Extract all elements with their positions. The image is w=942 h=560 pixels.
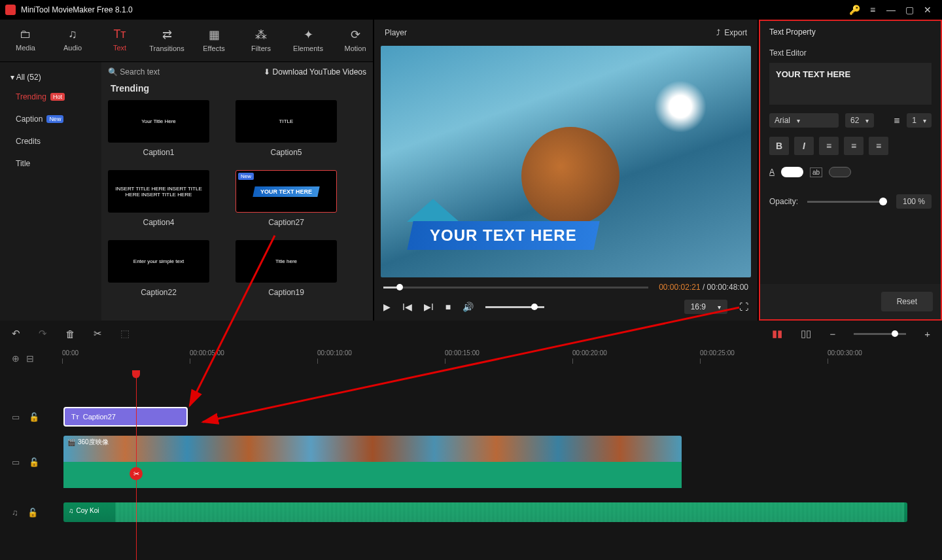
sidebar-item-trending[interactable]: Trending Hot — [0, 86, 101, 108]
text-color-swatch[interactable] — [781, 167, 803, 177]
video-preview[interactable]: YOUR TEXT HERE — [381, 46, 751, 277]
zoom-out-button[interactable]: − — [829, 328, 835, 340]
add-track-icon[interactable]: ⊕ — [12, 353, 20, 364]
tab-audio[interactable]: ♫Audio — [50, 25, 96, 56]
undo-button[interactable]: ↶ — [12, 328, 20, 340]
stop-button[interactable]: ■ — [445, 302, 451, 312]
menu-icon[interactable]: ≡ — [864, 5, 882, 15]
text-preset-caption4[interactable]: INSERT TITLE HERE INSERT TITLE HERE INSE… — [108, 170, 209, 227]
track-lock-icon[interactable]: 🔓 — [27, 508, 38, 517]
tab-effects[interactable]: ▦Effects — [191, 25, 237, 56]
track-lock-icon[interactable]: 🔓 — [29, 457, 39, 467]
zoom-slider[interactable] — [854, 333, 906, 335]
text-input[interactable] — [769, 63, 932, 105]
prev-frame-button[interactable]: I◀ — [402, 302, 412, 312]
track-lock-icon[interactable]: 🔓 — [29, 412, 39, 422]
text-preset-caption5[interactable]: TITLECaption5 — [236, 100, 337, 157]
audio-icon: ♫ — [50, 27, 96, 41]
opacity-slider[interactable] — [807, 201, 887, 203]
search-text-input[interactable]: 🔍 Search text — [108, 67, 264, 77]
track-visibility-icon[interactable]: ▭ — [12, 457, 20, 467]
sidebar-item-caption[interactable]: Caption New — [0, 108, 101, 130]
font-size-select[interactable]: 62▾ — [845, 113, 874, 128]
auto-tool-icon[interactable]: ▮▮ — [772, 328, 782, 340]
reset-button[interactable]: Reset — [881, 292, 933, 311]
text-preset-caption22[interactable]: Enter your simple textCaption22 — [108, 240, 209, 297]
minimize-button[interactable]: — — [882, 5, 900, 15]
audio-clip-label: Coy Koi — [77, 507, 99, 514]
tab-text[interactable]: TтText — [97, 25, 143, 56]
volume-slider[interactable] — [485, 306, 544, 308]
text-preset-caption1[interactable]: Your Title HereCaption1 — [108, 100, 209, 157]
text-preset-caption19[interactable]: Title hereCaption19 — [236, 240, 337, 297]
italic-button[interactable]: I — [794, 137, 814, 155]
time-display: 00:00:02:21 / 00:00:48:00 — [659, 283, 748, 292]
sidebar-item-title[interactable]: Title — [0, 152, 101, 175]
line-spacing-select[interactable]: 1▾ — [907, 113, 932, 128]
text-color-icon: A — [769, 167, 775, 177]
redo-button[interactable]: ↷ — [39, 328, 47, 340]
seek-bar[interactable] — [383, 287, 648, 289]
highlight-color-swatch[interactable] — [829, 167, 851, 177]
sidebar-all[interactable]: ▾ All (52) — [0, 69, 101, 86]
line-spacing-icon: ≣ — [894, 116, 900, 125]
bold-button[interactable]: B — [769, 137, 789, 155]
volume-icon[interactable]: 🔊 — [462, 302, 474, 312]
playhead[interactable]: ✂ — [136, 370, 137, 560]
download-youtube-link[interactable]: ⬇ Download YouTube Videos — [264, 67, 366, 77]
snap-icon[interactable]: ▯▯ — [801, 328, 811, 340]
export-button[interactable]: ⤴ Export — [716, 28, 747, 37]
sidebar-item-credits[interactable]: Credits — [0, 130, 101, 152]
align-left-button[interactable]: ≡ — [819, 137, 839, 155]
close-button[interactable]: ✕ — [918, 5, 937, 15]
text-editor-label: Text Editor — [769, 48, 932, 58]
text-preset-caption27[interactable]: NewYOUR TEXT HERECaption27 — [236, 170, 337, 227]
transitions-icon: ⇄ — [144, 27, 190, 42]
app-title: MiniTool MovieMaker Free 8.1.0 — [21, 5, 133, 14]
aspect-ratio-select[interactable]: 16:9▾ — [684, 300, 727, 314]
zoom-in-button[interactable]: + — [924, 328, 930, 340]
player-panel: Player ⤴ Export YOUR TEXT HERE 00:00:02:… — [373, 20, 759, 321]
text-clip[interactable]: Tт Caption27 — [63, 407, 188, 427]
ruler-tick: 00:00:10:00 — [317, 349, 352, 357]
video-clip[interactable]: 🎬360度映像 — [63, 436, 682, 488]
audio-clip[interactable]: ♫Coy Koi — [63, 502, 907, 522]
media-icon: 🗀 — [3, 27, 48, 41]
library-panel: 🗀Media♫AudioTтText⇄Transitions▦Effects⁂F… — [0, 20, 373, 321]
timeline-tracks: ✂ ▭🔓 Tт Caption27 ▭🔓 🎬360度映像 — [0, 370, 942, 560]
opacity-value: 100 % — [896, 194, 932, 209]
tab-motion[interactable]: ⟳Motion — [332, 25, 378, 56]
audio-track-icon[interactable]: ♫ — [12, 508, 18, 517]
next-frame-button[interactable]: ▶I — [424, 302, 434, 312]
fullscreen-button[interactable]: ⛶ — [739, 302, 748, 312]
play-button[interactable]: ▶ — [383, 302, 391, 312]
align-center-button[interactable]: ≡ — [844, 137, 864, 155]
align-right-button[interactable]: ≡ — [869, 137, 888, 155]
ruler-tick: 00:00 — [62, 349, 78, 357]
crop-button[interactable]: ⬚ — [120, 328, 130, 340]
motion-icon: ⟳ — [332, 27, 378, 42]
ruler-tick: 00:00:05:00 — [190, 349, 224, 357]
maximize-button[interactable]: ▢ — [900, 5, 918, 15]
tab-elements[interactable]: ✦Elements — [285, 25, 331, 56]
text-clip-icon: Tт — [71, 413, 79, 421]
timeline-ruler[interactable]: ⊕ ⊟ 00:0000:00:05:0000:00:10:0000:00:15:… — [0, 347, 942, 370]
tab-filters[interactable]: ⁂Filters — [238, 25, 284, 56]
filters-icon: ⁂ — [238, 27, 284, 42]
split-at-playhead-icon[interactable]: ✂ — [130, 467, 143, 480]
highlight-icon: ab — [810, 167, 822, 177]
timeline-panel: ↶ ↷ 🗑 ✂ ⬚ ▮▮ ▯▯ − + ⊕ ⊟ 00:0000:00:05:00… — [0, 321, 942, 560]
font-family-select[interactable]: Arial▾ — [769, 113, 839, 128]
ruler-tick: 00:00:25:00 — [700, 349, 735, 357]
split-button[interactable]: ✂ — [94, 328, 102, 340]
tab-transitions[interactable]: ⇄Transitions — [144, 25, 190, 56]
opacity-label: Opacity: — [769, 197, 798, 206]
tab-media[interactable]: 🗀Media — [3, 25, 48, 56]
collapse-tracks-icon[interactable]: ⊟ — [26, 353, 34, 364]
ruler-tick: 00:00:20:00 — [572, 349, 607, 357]
track-visibility-icon[interactable]: ▭ — [12, 412, 20, 422]
delete-button[interactable]: 🗑 — [65, 328, 75, 340]
key-icon[interactable]: 🔑 — [845, 5, 864, 15]
ruler-tick: 00:00:30:00 — [828, 349, 862, 357]
elements-icon: ✦ — [285, 27, 331, 42]
